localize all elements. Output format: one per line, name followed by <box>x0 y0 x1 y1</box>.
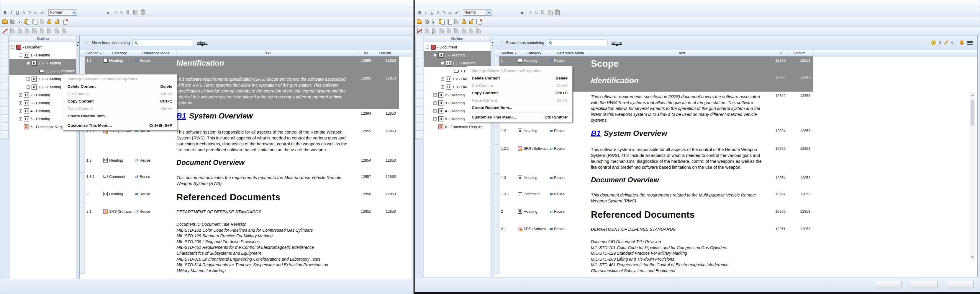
tree-expander-icon[interactable] <box>19 101 22 105</box>
document-dim-icon[interactable] <box>438 27 445 34</box>
copy-icon[interactable] <box>547 9 554 16</box>
context-menu-item[interactable]: Create Related Item... <box>63 112 177 120</box>
where-link[interactable]: where <box>611 40 622 45</box>
column-header-reference-mode[interactable]: Reference Mode <box>135 50 177 56</box>
dialog-button[interactable] <box>875 281 902 288</box>
italic-button[interactable]: I <box>423 10 429 15</box>
row-gutter[interactable] <box>80 56 85 74</box>
superscript-button[interactable]: x² <box>39 10 45 15</box>
column-header-text[interactable]: Text <box>177 50 358 56</box>
context-menu-item[interactable]: Customize This Menu... Ctrl+Shift+P <box>63 121 177 129</box>
redo-icon[interactable]: ↻ <box>119 10 124 15</box>
document-gear-icon[interactable] <box>453 18 460 25</box>
document-dim-icon[interactable] <box>24 27 31 34</box>
tree-expander-icon[interactable] <box>27 77 30 81</box>
table-row[interactable]: 2 Heading ⇄Reuse Referenced Documents 12… <box>494 208 977 225</box>
toolbar-overflow-chevron[interactable]: » <box>107 10 109 15</box>
combo-dropdown-icon[interactable] <box>72 10 77 15</box>
row-gutter[interactable] <box>494 225 500 274</box>
row-gutter[interactable] <box>494 208 500 225</box>
document-dim-icon[interactable] <box>39 27 45 34</box>
row-gutter[interactable] <box>80 156 85 173</box>
table-row[interactable]: 1.2.1 SRS (Softwar... ⇄Reuse This softwa… <box>494 144 977 174</box>
row-gutter[interactable] <box>80 190 85 208</box>
tree-item[interactable]: 1 - Heading <box>10 51 76 59</box>
folder-open-icon[interactable] <box>2 18 8 25</box>
column-header-text[interactable]: Text <box>591 50 772 56</box>
bold-button[interactable]: B <box>2 10 8 15</box>
context-menu-item[interactable]: Delete Content Delete <box>467 75 572 82</box>
underline-button[interactable]: U <box>14 10 21 15</box>
document-gear-icon[interactable] <box>39 18 45 25</box>
column-header-id[interactable]: ID <box>772 50 789 56</box>
unlock-icon[interactable] <box>53 18 60 25</box>
redo-icon[interactable]: ↻ <box>533 10 539 15</box>
table-row[interactable]: 2.1 SRS (Softwar... ⇄Reuse DEPARTMENT OF… <box>80 208 412 273</box>
bold-button[interactable]: B <box>417 10 423 15</box>
column-header-section[interactable]: Section▲ <box>85 50 103 56</box>
bookmark-link[interactable]: B1 <box>591 129 601 138</box>
document-copy-icon[interactable] <box>446 18 453 25</box>
document-dim-icon[interactable] <box>446 27 453 34</box>
column-header-reference-mode[interactable]: Reference Mode <box>550 50 591 56</box>
column-header-document[interactable]: Docum... <box>789 50 813 56</box>
highlight-button[interactable]: ✎ <box>441 10 447 15</box>
document-dim-icon[interactable] <box>424 27 430 34</box>
search-input[interactable] <box>138 40 192 45</box>
document-dim-icon[interactable] <box>31 27 38 34</box>
cut-icon[interactable] <box>539 9 546 16</box>
unlock-icon[interactable] <box>468 18 475 25</box>
document-dim-icon[interactable] <box>46 27 53 34</box>
tree-expander-icon[interactable] <box>441 77 444 81</box>
row-gutter[interactable] <box>80 208 85 273</box>
hamburger-menu-icon[interactable] <box>967 41 973 45</box>
scrollbar-thumb[interactable] <box>970 100 974 126</box>
paragraph-style-select[interactable]: Normal <box>48 10 77 16</box>
tree-item[interactable]: 6 - Functional Require... <box>424 123 491 131</box>
font-color-button[interactable]: A <box>21 10 27 15</box>
scroll-down-icon[interactable] <box>971 255 974 258</box>
table-row[interactable]: 1.3.1 Comment ⇄Reuse This document delin… <box>80 173 412 190</box>
row-gutter[interactable] <box>494 144 500 174</box>
column-header-category[interactable]: Category <box>518 50 550 56</box>
document-search-icon[interactable] <box>424 18 430 25</box>
dialog-button[interactable] <box>911 281 938 288</box>
subscript-button[interactable]: x₂ <box>33 10 39 15</box>
document-dim-icon[interactable] <box>453 27 460 34</box>
bookmark-link[interactable]: B1 <box>177 112 186 120</box>
document-copy-icon[interactable] <box>31 18 38 25</box>
underline-button[interactable]: U <box>429 10 435 15</box>
document-go-icon[interactable] <box>16 18 23 25</box>
tree-expander-icon[interactable] <box>433 101 437 105</box>
tree-expander-icon[interactable] <box>19 53 22 57</box>
paste-icon[interactable] <box>554 9 561 16</box>
context-menu-item[interactable]: Customize This Menu... Ctrl+Shift+P <box>467 113 572 121</box>
folder-open-icon[interactable] <box>416 18 423 25</box>
table-row[interactable]: 1.2.1 SRS (Softwar... ⇄Reuse This softwa… <box>80 127 412 156</box>
folder-document-icon[interactable] <box>24 18 31 25</box>
tree-expander-icon[interactable] <box>433 109 437 113</box>
where-link[interactable]: where <box>197 40 207 45</box>
panel-collapse-icon[interactable]: ◄► <box>77 41 80 46</box>
column-header-section[interactable]: Section▲ <box>500 50 518 56</box>
paragraph-style-select[interactable]: Normal <box>463 10 492 16</box>
document-dim-icon[interactable] <box>460 27 467 34</box>
tree-item[interactable]: - Document <box>10 43 76 51</box>
table-row[interactable]: 1.3.1 Comment ⇄Reuse This document delin… <box>494 190 977 208</box>
search-input[interactable] <box>552 40 607 45</box>
warning-icon[interactable]: ! <box>931 40 936 45</box>
bell-icon[interactable] <box>959 40 965 45</box>
row-gutter[interactable] <box>494 127 500 144</box>
table-row[interactable]: 1.1 Heading ⇄Reuse Identification 12898 … <box>80 56 412 74</box>
document-flag-icon[interactable] <box>61 18 68 25</box>
paste-icon[interactable] <box>140 9 146 16</box>
tree-item[interactable]: 1.1 - Heading <box>10 59 76 67</box>
subscript-button[interactable]: x₂ <box>447 10 454 15</box>
tree-expander-icon[interactable] <box>19 93 22 97</box>
context-menu-item[interactable]: Delete Content Delete <box>63 83 177 90</box>
table-row[interactable]: 1.3 Heading ⇄Reuse Document Overview 129… <box>80 156 412 173</box>
scroll-up-icon[interactable] <box>971 94 974 97</box>
document-add-icon[interactable] <box>431 27 438 34</box>
dialog-button[interactable] <box>947 281 974 288</box>
tree-item[interactable]: - Document <box>424 43 491 51</box>
